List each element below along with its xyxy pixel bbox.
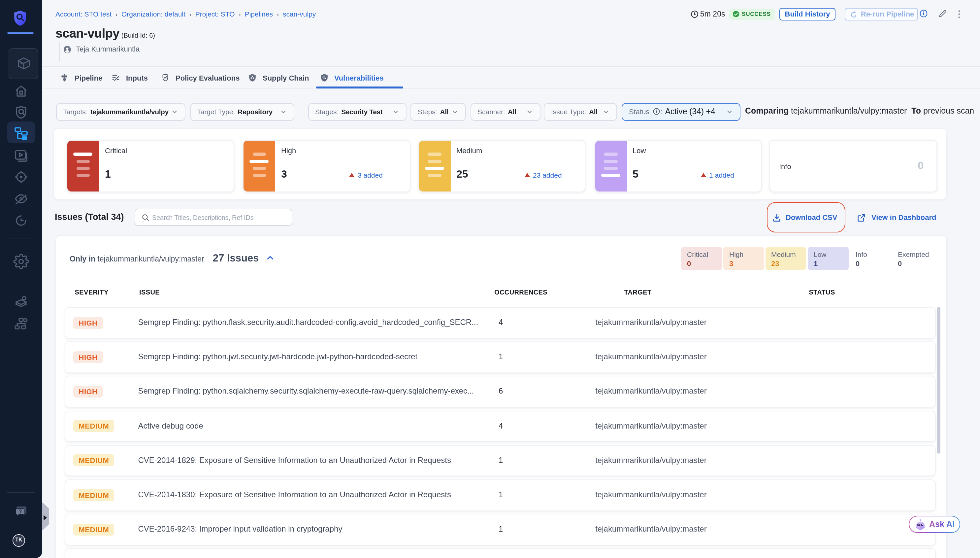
svg-text:?: ? bbox=[19, 508, 22, 514]
